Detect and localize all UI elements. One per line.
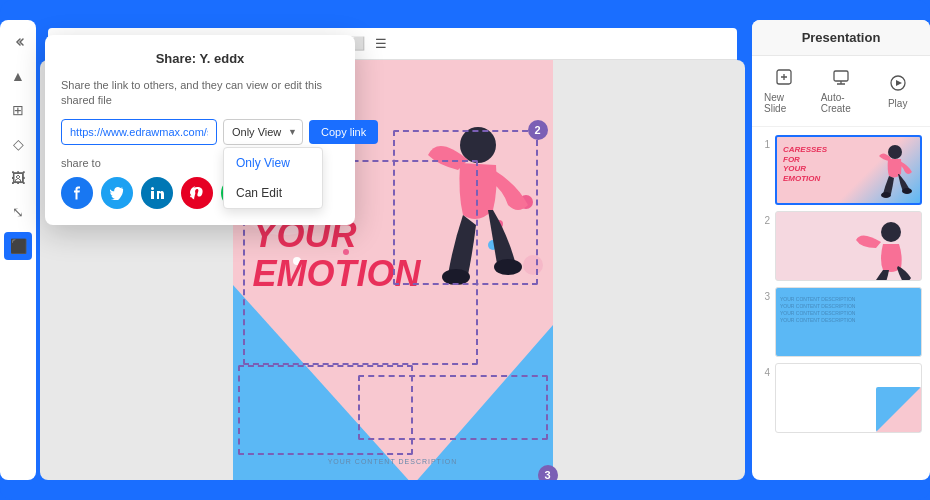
selection-number-2: 2 [528,120,548,140]
thumb-1-person [873,142,918,202]
thumb-3-text: YOUR CONTENT DESCRIPTION YOUR CONTENT DE… [780,296,855,324]
dropdown-item-only-view[interactable]: Only View [224,148,322,178]
auto-create-button[interactable]: Auto-Create [817,64,866,118]
share-pinterest-button[interactable] [181,177,213,209]
thumb-4-shape-pink [876,387,921,432]
slide-thumb-row-4: 4 [760,363,922,433]
svg-marker-8 [896,80,902,86]
share-twitter-button[interactable] [101,177,133,209]
play-label: Play [888,98,907,109]
slide-num-4: 4 [760,367,770,378]
slide-subtitle: YOUR CONTENT DESCRIPTION [233,458,553,465]
thumb-1-text: CARESSESFORYOUREMOTION [783,145,827,183]
slide-thumb-4[interactable] [775,363,922,433]
svg-point-10 [881,192,891,198]
share-dialog-title: Share: Y. eddx [61,51,339,66]
dropdown-item-can-edit[interactable]: Can Edit [224,178,322,208]
slide-num-2: 2 [760,215,770,226]
sidebar-icon-shape[interactable]: ◇ [4,130,32,158]
slide-thumb-row-3: 3 YOUR CONTENT DESCRIPTION YOUR CONTENT … [760,287,922,357]
share-select-wrapper: Only View Can Edit ▼ Only View Can Edit [223,119,303,145]
share-dialog: Share: Y. eddx Share the link to others,… [45,35,355,225]
svg-point-9 [888,145,902,159]
share-linkedin-button[interactable] [141,177,173,209]
share-permission-select[interactable]: Only View Can Edit [223,119,303,145]
sidebar-icon-cursor[interactable]: ▲ [4,62,32,90]
sidebar-icon-present[interactable]: ⬛ [4,232,32,260]
svg-rect-13 [151,191,154,199]
sidebar-icon-image[interactable]: 🖼 [4,164,32,192]
slide-thumb-row-1: 1 CARESSESFORYOUREMOTION [760,135,922,205]
permission-dropdown: Only View Can Edit [223,147,323,209]
share-dialog-description: Share the link to others, and they can v… [61,78,339,109]
copy-link-button[interactable]: Copy link [309,120,378,144]
slide-thumb-3[interactable]: YOUR CONTENT DESCRIPTION YOUR CONTENT DE… [775,287,922,357]
left-sidebar: ▲ ⊞ ◇ 🖼 ⤡ ⬛ [0,20,36,480]
sidebar-icon-grid[interactable]: ⊞ [4,96,32,124]
new-slide-button[interactable]: New Slide [760,64,809,118]
selection-box-4[interactable] [238,365,413,455]
share-facebook-button[interactable] [61,177,93,209]
slide-thumb-row-2: 2 [760,211,922,281]
sidebar-icon-resize[interactable]: ⤡ [4,198,32,226]
new-slide-icon [775,68,793,90]
slide-num-1: 1 [760,139,770,150]
right-panel: Presentation New Slide Auto-Create Play … [752,20,930,480]
svg-point-12 [881,222,901,242]
svg-point-14 [151,187,154,190]
panel-actions-row: New Slide Auto-Create Play [752,56,930,127]
play-button[interactable]: Play [873,70,922,113]
thumb-2-person [841,220,921,280]
slide-num-3: 3 [760,291,770,302]
svg-point-11 [902,188,912,194]
panel-header: Presentation [752,20,930,56]
play-icon [889,74,907,96]
share-link-input[interactable] [61,119,217,145]
selection-number-3: 3 [538,465,558,480]
slide-thumbnails: 1 CARESSESFORYOUREMOTION 2 [752,127,930,441]
share-link-row: Only View Can Edit ▼ Only View Can Edit … [61,119,339,145]
svg-rect-4 [834,71,848,81]
sidebar-icon-chevron[interactable] [4,28,32,56]
new-slide-label: New Slide [764,92,805,114]
slide-thumb-1[interactable]: CARESSESFORYOUREMOTION [775,135,922,205]
slide-thumb-2[interactable] [775,211,922,281]
selection-box-2[interactable] [393,130,538,285]
toolbar-icon-menu[interactable]: ☰ [371,34,391,54]
auto-create-icon [832,68,850,90]
auto-create-label: Auto-Create [821,92,862,114]
